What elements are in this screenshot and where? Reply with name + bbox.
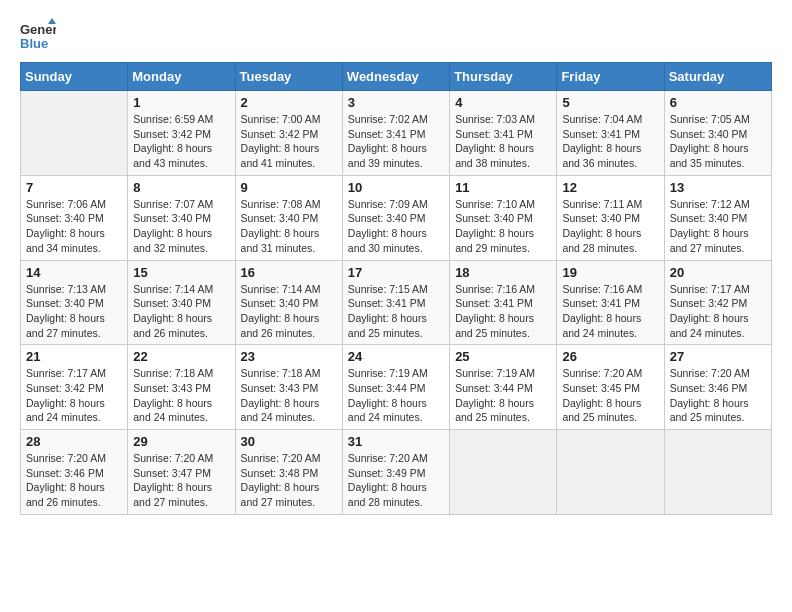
sunset-text: Sunset: 3:41 PM xyxy=(455,296,551,311)
day-number: 11 xyxy=(455,180,551,195)
sunrise-text: Sunrise: 7:16 AM xyxy=(455,282,551,297)
weekday-header-sunday: Sunday xyxy=(21,63,128,91)
sunrise-text: Sunrise: 7:11 AM xyxy=(562,197,658,212)
day-number: 30 xyxy=(241,434,337,449)
daylight-text: Daylight: 8 hours xyxy=(562,226,658,241)
daylight-text: Daylight: 8 hours xyxy=(670,311,766,326)
sunset-text: Sunset: 3:42 PM xyxy=(26,381,122,396)
sunset-text: Sunset: 3:47 PM xyxy=(133,466,229,481)
calendar-week-3: 14Sunrise: 7:13 AMSunset: 3:40 PMDayligh… xyxy=(21,260,772,345)
sunset-text: Sunset: 3:41 PM xyxy=(455,127,551,142)
sunset-text: Sunset: 3:40 PM xyxy=(133,211,229,226)
calendar-cell: 30Sunrise: 7:20 AMSunset: 3:48 PMDayligh… xyxy=(235,430,342,515)
day-info: Sunrise: 7:13 AMSunset: 3:40 PMDaylight:… xyxy=(26,282,122,341)
day-info: Sunrise: 7:02 AMSunset: 3:41 PMDaylight:… xyxy=(348,112,444,171)
sunrise-text: Sunrise: 7:20 AM xyxy=(562,366,658,381)
daylight-text: Daylight: 8 hours xyxy=(348,480,444,495)
day-info: Sunrise: 7:03 AMSunset: 3:41 PMDaylight:… xyxy=(455,112,551,171)
day-number: 31 xyxy=(348,434,444,449)
daylight-minutes-text: and 27 minutes. xyxy=(241,495,337,510)
day-info: Sunrise: 7:14 AMSunset: 3:40 PMDaylight:… xyxy=(241,282,337,341)
sunset-text: Sunset: 3:40 PM xyxy=(26,296,122,311)
day-info: Sunrise: 7:15 AMSunset: 3:41 PMDaylight:… xyxy=(348,282,444,341)
calendar-cell: 9Sunrise: 7:08 AMSunset: 3:40 PMDaylight… xyxy=(235,175,342,260)
day-number: 19 xyxy=(562,265,658,280)
calendar-cell: 7Sunrise: 7:06 AMSunset: 3:40 PMDaylight… xyxy=(21,175,128,260)
day-info: Sunrise: 7:20 AMSunset: 3:47 PMDaylight:… xyxy=(133,451,229,510)
sunset-text: Sunset: 3:43 PM xyxy=(241,381,337,396)
day-info: Sunrise: 7:11 AMSunset: 3:40 PMDaylight:… xyxy=(562,197,658,256)
sunrise-text: Sunrise: 7:17 AM xyxy=(26,366,122,381)
calendar-cell: 18Sunrise: 7:16 AMSunset: 3:41 PMDayligh… xyxy=(450,260,557,345)
sunrise-text: Sunrise: 7:00 AM xyxy=(241,112,337,127)
weekday-header-monday: Monday xyxy=(128,63,235,91)
daylight-minutes-text: and 24 minutes. xyxy=(241,410,337,425)
daylight-text: Daylight: 8 hours xyxy=(455,396,551,411)
svg-text:Blue: Blue xyxy=(20,36,48,51)
calendar-cell: 6Sunrise: 7:05 AMSunset: 3:40 PMDaylight… xyxy=(664,91,771,176)
calendar-cell: 27Sunrise: 7:20 AMSunset: 3:46 PMDayligh… xyxy=(664,345,771,430)
calendar-cell: 4Sunrise: 7:03 AMSunset: 3:41 PMDaylight… xyxy=(450,91,557,176)
daylight-text: Daylight: 8 hours xyxy=(670,396,766,411)
day-number: 22 xyxy=(133,349,229,364)
daylight-minutes-text: and 41 minutes. xyxy=(241,156,337,171)
calendar-cell: 22Sunrise: 7:18 AMSunset: 3:43 PMDayligh… xyxy=(128,345,235,430)
sunset-text: Sunset: 3:40 PM xyxy=(133,296,229,311)
daylight-text: Daylight: 8 hours xyxy=(133,480,229,495)
calendar-cell: 29Sunrise: 7:20 AMSunset: 3:47 PMDayligh… xyxy=(128,430,235,515)
calendar-cell: 17Sunrise: 7:15 AMSunset: 3:41 PMDayligh… xyxy=(342,260,449,345)
sunrise-text: Sunrise: 7:05 AM xyxy=(670,112,766,127)
day-info: Sunrise: 7:18 AMSunset: 3:43 PMDaylight:… xyxy=(241,366,337,425)
daylight-minutes-text: and 24 minutes. xyxy=(562,326,658,341)
daylight-text: Daylight: 8 hours xyxy=(670,141,766,156)
daylight-minutes-text: and 24 minutes. xyxy=(670,326,766,341)
daylight-minutes-text: and 28 minutes. xyxy=(562,241,658,256)
calendar-cell: 23Sunrise: 7:18 AMSunset: 3:43 PMDayligh… xyxy=(235,345,342,430)
day-info: Sunrise: 7:12 AMSunset: 3:40 PMDaylight:… xyxy=(670,197,766,256)
sunset-text: Sunset: 3:40 PM xyxy=(562,211,658,226)
day-number: 25 xyxy=(455,349,551,364)
sunrise-text: Sunrise: 7:14 AM xyxy=(241,282,337,297)
day-info: Sunrise: 7:04 AMSunset: 3:41 PMDaylight:… xyxy=(562,112,658,171)
sunrise-text: Sunrise: 7:19 AM xyxy=(348,366,444,381)
sunrise-text: Sunrise: 7:18 AM xyxy=(241,366,337,381)
calendar-cell: 24Sunrise: 7:19 AMSunset: 3:44 PMDayligh… xyxy=(342,345,449,430)
calendar-cell: 1Sunrise: 6:59 AMSunset: 3:42 PMDaylight… xyxy=(128,91,235,176)
daylight-text: Daylight: 8 hours xyxy=(26,226,122,241)
daylight-minutes-text: and 36 minutes. xyxy=(562,156,658,171)
day-info: Sunrise: 7:17 AMSunset: 3:42 PMDaylight:… xyxy=(670,282,766,341)
sunset-text: Sunset: 3:46 PM xyxy=(670,381,766,396)
sunrise-text: Sunrise: 7:20 AM xyxy=(241,451,337,466)
day-number: 26 xyxy=(562,349,658,364)
day-number: 9 xyxy=(241,180,337,195)
calendar-cell: 11Sunrise: 7:10 AMSunset: 3:40 PMDayligh… xyxy=(450,175,557,260)
calendar-cell: 16Sunrise: 7:14 AMSunset: 3:40 PMDayligh… xyxy=(235,260,342,345)
day-number: 3 xyxy=(348,95,444,110)
daylight-text: Daylight: 8 hours xyxy=(26,396,122,411)
sunset-text: Sunset: 3:43 PM xyxy=(133,381,229,396)
sunrise-text: Sunrise: 7:20 AM xyxy=(133,451,229,466)
daylight-text: Daylight: 8 hours xyxy=(133,396,229,411)
sunset-text: Sunset: 3:40 PM xyxy=(455,211,551,226)
daylight-minutes-text: and 31 minutes. xyxy=(241,241,337,256)
weekday-header-row: SundayMondayTuesdayWednesdayThursdayFrid… xyxy=(21,63,772,91)
logo: General Blue xyxy=(20,16,60,52)
daylight-minutes-text: and 35 minutes. xyxy=(670,156,766,171)
day-info: Sunrise: 7:00 AMSunset: 3:42 PMDaylight:… xyxy=(241,112,337,171)
calendar-cell: 3Sunrise: 7:02 AMSunset: 3:41 PMDaylight… xyxy=(342,91,449,176)
sunset-text: Sunset: 3:48 PM xyxy=(241,466,337,481)
sunset-text: Sunset: 3:41 PM xyxy=(562,296,658,311)
daylight-minutes-text: and 32 minutes. xyxy=(133,241,229,256)
day-info: Sunrise: 7:05 AMSunset: 3:40 PMDaylight:… xyxy=(670,112,766,171)
calendar-week-5: 28Sunrise: 7:20 AMSunset: 3:46 PMDayligh… xyxy=(21,430,772,515)
day-number: 2 xyxy=(241,95,337,110)
page-header: General Blue xyxy=(20,16,772,52)
daylight-text: Daylight: 8 hours xyxy=(455,141,551,156)
calendar-cell: 8Sunrise: 7:07 AMSunset: 3:40 PMDaylight… xyxy=(128,175,235,260)
weekday-header-saturday: Saturday xyxy=(664,63,771,91)
calendar-week-2: 7Sunrise: 7:06 AMSunset: 3:40 PMDaylight… xyxy=(21,175,772,260)
calendar-cell: 28Sunrise: 7:20 AMSunset: 3:46 PMDayligh… xyxy=(21,430,128,515)
daylight-text: Daylight: 8 hours xyxy=(133,141,229,156)
calendar-cell: 10Sunrise: 7:09 AMSunset: 3:40 PMDayligh… xyxy=(342,175,449,260)
daylight-text: Daylight: 8 hours xyxy=(133,311,229,326)
